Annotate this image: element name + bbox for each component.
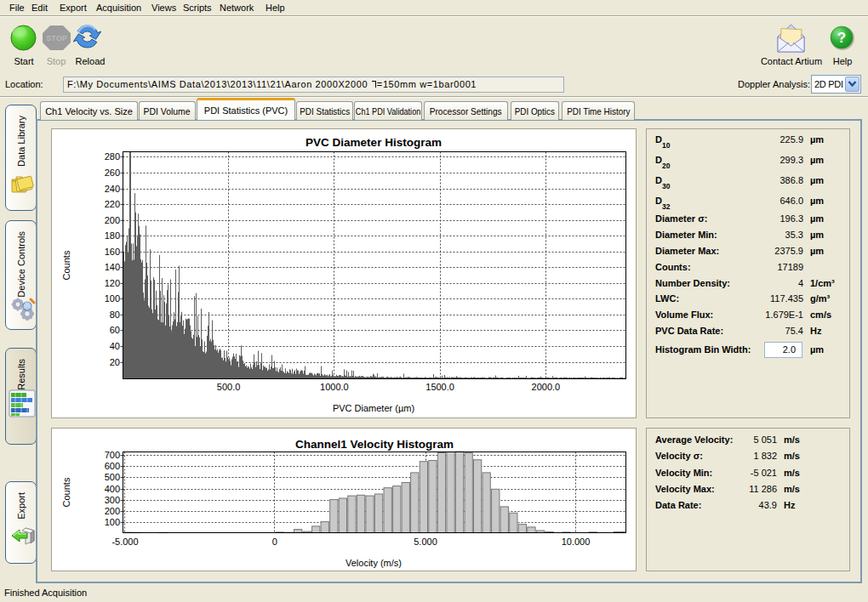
svg-text:Velocity (m/s): Velocity (m/s)	[345, 558, 402, 568]
svg-text:500.0: 500.0	[217, 382, 241, 392]
svg-text:280: 280	[105, 151, 120, 162]
svg-text:700: 700	[105, 450, 120, 460]
svg-text:140: 140	[105, 262, 120, 272]
svg-text:Channel1 Velocity Histogram: Channel1 Velocity Histogram	[295, 438, 454, 451]
svg-text:500: 500	[105, 472, 120, 482]
svg-text:-5.000: -5.000	[111, 537, 138, 547]
svg-text:?: ?	[837, 30, 846, 46]
svg-text:600: 600	[105, 461, 120, 471]
svg-text:0: 0	[272, 537, 277, 547]
svg-text:Counts: Counts	[61, 250, 71, 280]
svg-text:STOP: STOP	[46, 34, 66, 43]
svg-text:100: 100	[105, 293, 120, 304]
svg-text:240: 240	[105, 184, 120, 194]
svg-text:300: 300	[105, 495, 120, 505]
svg-text:160: 160	[105, 247, 120, 257]
svg-text:5.000: 5.000	[414, 537, 437, 547]
svg-text:10.000: 10.000	[562, 537, 591, 547]
svg-text:PVC Diameter (µm): PVC Diameter (µm)	[333, 403, 414, 413]
svg-text:1500.0: 1500.0	[425, 382, 454, 392]
svg-text:1000.0: 1000.0	[320, 382, 349, 392]
svg-text:220: 220	[105, 199, 120, 209]
svg-text:Counts: Counts	[61, 477, 71, 507]
svg-text:40: 40	[110, 341, 120, 351]
svg-text:400: 400	[105, 484, 120, 494]
svg-text:60: 60	[110, 325, 120, 335]
svg-text:200: 200	[105, 506, 120, 516]
svg-text:2000.0: 2000.0	[532, 382, 561, 392]
svg-text:120: 120	[105, 278, 120, 288]
svg-text:20: 20	[110, 357, 120, 367]
svg-text:260: 260	[105, 168, 120, 178]
svg-text:180: 180	[105, 230, 120, 241]
svg-text:200: 200	[105, 215, 120, 225]
svg-text:PVC Diameter Histogram: PVC Diameter Histogram	[306, 136, 442, 149]
svg-text:100: 100	[105, 517, 120, 527]
svg-text:80: 80	[110, 310, 120, 320]
